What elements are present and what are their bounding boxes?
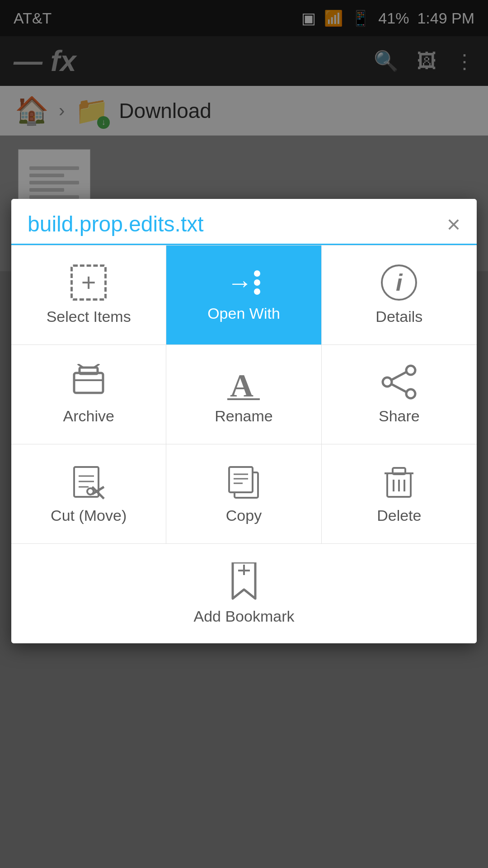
cut-icon [70,463,107,500]
add-bookmark-button[interactable]: Add Bookmark [11,544,477,643]
cut-move-button[interactable]: Cut (Move) [11,444,166,544]
svg-rect-20 [229,467,253,492]
svg-point-7 [406,366,415,375]
delete-icon [383,463,415,500]
details-label: Details [375,308,422,326]
svg-line-11 [392,384,406,392]
svg-text:A: A [230,368,253,400]
svg-rect-1 [80,368,98,374]
select-items-button[interactable]: + Select Items [11,245,166,345]
open-with-button[interactable]: → Open With [166,245,321,345]
share-button[interactable]: Share [322,345,477,444]
svg-point-18 [87,488,94,495]
select-items-icon: + [70,264,107,301]
details-icon: i [381,264,417,301]
svg-line-10 [392,372,406,380]
share-label: Share [379,407,420,425]
copy-icon [225,463,262,500]
copy-label: Copy [226,507,262,524]
archive-icon [70,364,107,400]
copy-button[interactable]: Copy [166,444,321,544]
details-button[interactable]: i Details [322,245,477,345]
rename-icon: A [225,364,262,400]
add-bookmark-label: Add Bookmark [194,608,295,625]
close-button[interactable]: × [447,212,460,236]
dialog-grid: + Select Items → Open With i Details [11,245,477,544]
dialog-header: build.prop.edits.txt × [11,199,477,236]
svg-rect-0 [74,373,103,393]
dialog-bottom-row: Add Bookmark [11,544,477,643]
share-icon [380,364,418,400]
delete-label: Delete [377,507,421,524]
bookmark-icon [228,562,260,600]
archive-label: Archive [63,407,114,425]
svg-point-9 [383,377,392,387]
svg-point-8 [406,389,415,398]
dialog-title: build.prop.edits.txt [28,212,204,236]
rename-label: Rename [215,407,273,425]
context-menu-dialog: build.prop.edits.txt × + Select Items → … [11,199,477,643]
cut-move-label: Cut (Move) [51,507,127,524]
open-with-icon: → [227,268,260,297]
rename-button[interactable]: A Rename [166,345,321,444]
delete-button[interactable]: Delete [322,444,477,544]
open-with-label: Open With [207,305,280,322]
archive-button[interactable]: Archive [11,345,166,444]
select-items-label: Select Items [47,308,131,326]
